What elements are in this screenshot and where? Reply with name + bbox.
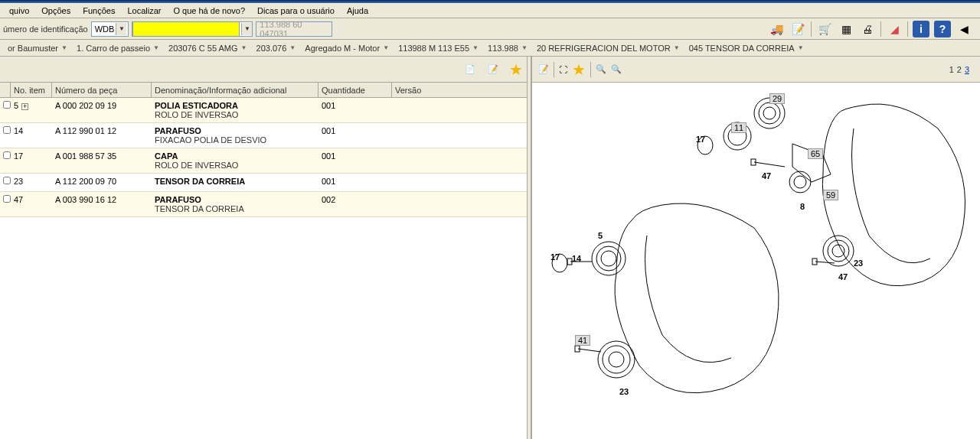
- cell-ver: [392, 193, 531, 215]
- col-qty[interactable]: Quantidade: [318, 83, 392, 97]
- expand-icon[interactable]: +: [21, 103, 28, 110]
- callout-47[interactable]: 47: [838, 272, 848, 281]
- chevron-down-icon: ▼: [241, 44, 247, 51]
- svg-point-1: [759, 102, 780, 124]
- col-ver[interactable]: Versão: [392, 83, 531, 97]
- callout-23[interactable]: 23: [854, 259, 863, 268]
- cell-desc: CAPAROLO DE INVERSAO: [152, 150, 318, 171]
- table-row[interactable]: 14A 112 990 01 12PARAFUSOFIXACAO POLIA D…: [0, 123, 531, 148]
- help-icon[interactable]: ?: [934, 21, 951, 37]
- callout-23[interactable]: 23: [619, 387, 629, 396]
- menu-localizar[interactable]: Localizar: [121, 5, 167, 17]
- star-icon[interactable]: ★: [508, 61, 524, 78]
- vehicle-icon[interactable]: 🚚: [768, 21, 785, 37]
- svg-point-13: [601, 251, 616, 266]
- expand-icon[interactable]: ⛶: [559, 65, 567, 74]
- cell-qty: 001: [318, 175, 392, 190]
- menu-arquivo[interactable]: quivo: [3, 5, 35, 17]
- content: 📄 📝 ★ No. item Número da peça Denominaçã…: [0, 57, 980, 439]
- menu-dicas[interactable]: Dicas para o usuário: [251, 5, 341, 17]
- reference-input[interactable]: 113.988 60 047031: [256, 21, 332, 37]
- table-row[interactable]: 23A 112 200 09 70TENSOR DA CORREIA001: [0, 174, 531, 192]
- chevron-down-icon: ▼: [289, 44, 296, 51]
- callout-47[interactable]: 47: [762, 171, 771, 180]
- vin-input[interactable]: [132, 21, 240, 37]
- eraser-icon[interactable]: ◢: [886, 21, 903, 37]
- bc-subgroup[interactable]: 045 TENSOR DA CORREIA▼: [684, 44, 808, 53]
- svg-point-7: [794, 176, 806, 188]
- table-row[interactable]: 5+A 000 202 09 19POLIA ESTICADORAROLO DE…: [0, 98, 531, 123]
- cell-item: 17: [11, 150, 52, 171]
- row-checkbox[interactable]: [0, 150, 11, 171]
- row-checkbox[interactable]: [0, 193, 11, 215]
- separator: [907, 21, 908, 37]
- edit-icon[interactable]: 📝: [538, 64, 549, 74]
- bc-enginecode[interactable]: 113.988▼: [483, 44, 532, 53]
- bc-code[interactable]: 203.076▼: [252, 44, 301, 53]
- cart-icon[interactable]: 🛒: [816, 21, 833, 37]
- cell-ver: [392, 99, 531, 121]
- bc-agregado[interactable]: Agregado M - Motor▼: [300, 44, 394, 53]
- bc-carro[interactable]: 1. Carro de passeio▼: [72, 44, 164, 53]
- callout-11[interactable]: 11: [731, 122, 746, 133]
- prefix-dropdown[interactable]: WDB ▼: [91, 21, 129, 37]
- copy-icon[interactable]: 📄: [462, 61, 479, 78]
- table-row[interactable]: 47A 003 990 16 12PARAFUSOTENSOR DA CORRE…: [0, 192, 531, 217]
- col-part[interactable]: Número da peça: [52, 83, 152, 97]
- grid-icon[interactable]: ▦: [838, 21, 854, 37]
- bc-engine[interactable]: 113988 M 113 E55▼: [394, 44, 483, 53]
- cell-ver: [392, 125, 531, 146]
- bc-baumuster[interactable]: or Baumuster▼: [3, 44, 72, 53]
- callout-5[interactable]: 5: [598, 231, 603, 240]
- cell-item: 14: [11, 125, 52, 146]
- callout-14[interactable]: 14: [572, 254, 581, 263]
- bc-model[interactable]: 203076 C 55 AMG▼: [164, 44, 252, 53]
- callout-8[interactable]: 8: [800, 202, 805, 211]
- col-item[interactable]: No. item: [11, 83, 52, 97]
- info-icon[interactable]: i: [913, 21, 929, 37]
- col-desc[interactable]: Denominação/Informação adicional: [152, 83, 318, 97]
- callout-29[interactable]: 29: [769, 93, 785, 104]
- svg-point-17: [609, 352, 624, 367]
- diagram-area[interactable]: 29111765475985171423474123: [532, 83, 980, 439]
- row-checkbox[interactable]: [0, 125, 11, 146]
- menu-opcoes[interactable]: Opções: [35, 5, 77, 17]
- svg-point-2: [763, 107, 776, 119]
- page-links: 123: [948, 65, 974, 74]
- chevron-down-icon: ▼: [153, 44, 159, 51]
- row-checkbox[interactable]: [0, 99, 11, 121]
- vin-dropdown[interactable]: ▼: [132, 21, 253, 37]
- chevron-down-icon: ▼: [61, 44, 67, 51]
- cell-desc: PARAFUSOTENSOR DA CORREIA: [152, 193, 318, 215]
- callout-59[interactable]: 59: [823, 190, 838, 200]
- cell-item: 5+: [11, 99, 52, 121]
- callout-41[interactable]: 41: [575, 335, 590, 346]
- callout-17[interactable]: 17: [696, 135, 705, 144]
- svg-point-10: [832, 245, 844, 257]
- menu-ajuda[interactable]: Ajuda: [341, 5, 374, 17]
- chevron-down-icon: ▼: [241, 23, 252, 35]
- note-icon[interactable]: 📝: [789, 21, 806, 37]
- callout-17[interactable]: 17: [550, 252, 560, 262]
- bc-group[interactable]: 20 REFRIGERACION DEL MOTOR▼: [532, 44, 684, 53]
- chevron-down-icon: ▼: [383, 44, 389, 51]
- cell-part: A 003 990 16 12: [52, 193, 152, 215]
- cell-desc: TENSOR DA CORREIA: [152, 175, 318, 190]
- menu-funcoes[interactable]: Funções: [77, 5, 121, 17]
- table-row[interactable]: 17A 001 988 57 35CAPAROLO DE INVERSAO001: [0, 148, 531, 174]
- zoom-in-icon[interactable]: 🔍: [611, 64, 622, 74]
- svg-point-11: [592, 242, 626, 275]
- cell-ver: [392, 175, 531, 190]
- back-icon[interactable]: ◀: [956, 21, 972, 37]
- edit-note-icon[interactable]: 📝: [485, 61, 501, 78]
- menu-novo[interactable]: O que há de novo?: [167, 5, 251, 17]
- star-icon[interactable]: ★: [572, 60, 586, 79]
- callout-65[interactable]: 65: [808, 148, 823, 159]
- row-checkbox[interactable]: [0, 175, 11, 190]
- zoom-out-icon[interactable]: 🔍: [596, 64, 606, 74]
- separator: [811, 21, 812, 37]
- page-link-3[interactable]: 3: [965, 65, 969, 74]
- page-link-2[interactable]: 2: [957, 65, 962, 74]
- page-link-1[interactable]: 1: [949, 65, 954, 74]
- print-icon[interactable]: 🖨: [859, 21, 876, 37]
